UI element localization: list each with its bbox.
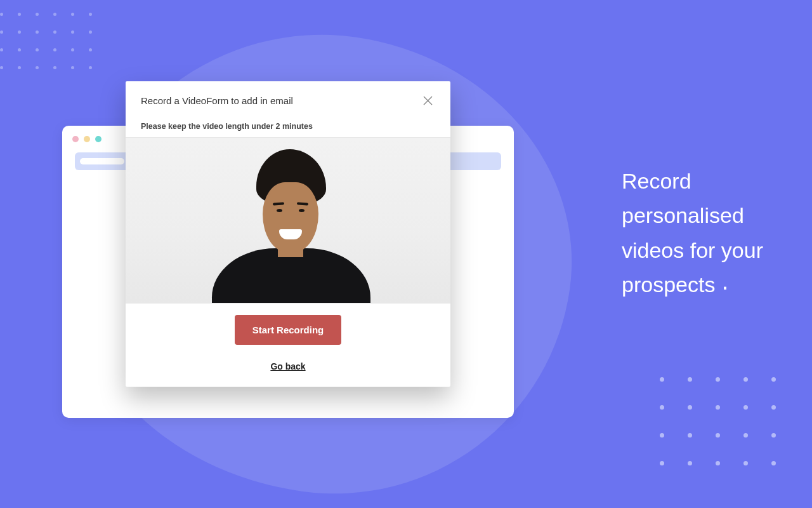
go-back-link[interactable]: Go back [270, 361, 305, 371]
decorative-dots-bottom-right [660, 377, 799, 489]
decorative-dots-top-left [0, 13, 107, 84]
camera-preview-person [199, 144, 377, 303]
traffic-light-maximize-icon [95, 136, 102, 142]
traffic-light-minimize-icon [84, 136, 90, 142]
close-button[interactable] [420, 93, 435, 108]
traffic-light-close-icon [72, 136, 79, 142]
close-icon [423, 96, 433, 105]
hero-text: Record personalised videos for your pros… [622, 169, 763, 297]
record-video-modal: Record a VideoForm to add in email Pleas… [126, 81, 450, 387]
hero-tagline: Record personalised videos for your pros… [622, 164, 787, 302]
video-preview [126, 137, 450, 304]
start-recording-button[interactable]: Start Recording [235, 315, 342, 345]
modal-title: Record a VideoForm to add in email [141, 95, 293, 106]
address-bar-placeholder [80, 158, 124, 164]
modal-subtitle: Please keep the video length under 2 min… [126, 117, 450, 137]
